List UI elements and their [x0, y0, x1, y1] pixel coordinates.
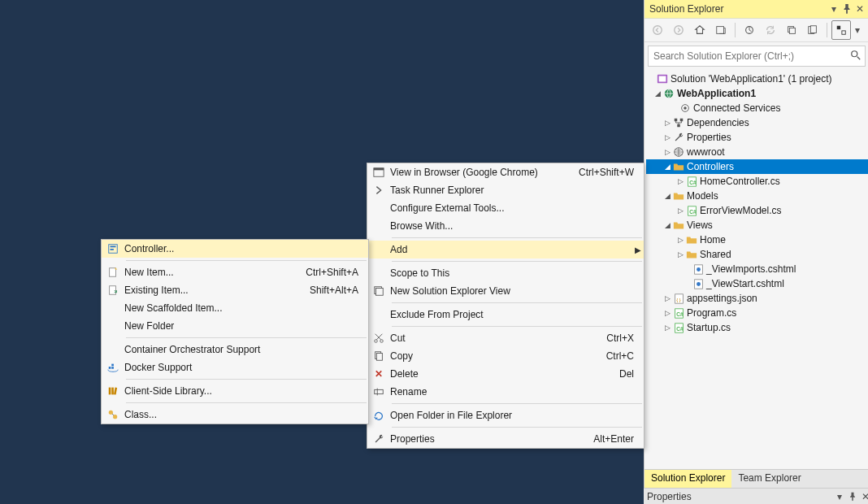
menu-add-class[interactable]: Class...: [102, 406, 368, 424]
web-project-icon: [662, 87, 675, 100]
home-icon[interactable]: [690, 20, 710, 40]
sync-icon[interactable]: [761, 20, 780, 40]
svg-rect-42: [375, 389, 384, 393]
tree-viewimports[interactable]: ▶_ViewImports.cshtml: [646, 262, 868, 276]
class-icon: [107, 409, 119, 420]
tree-models[interactable]: ◢Models: [646, 189, 868, 203]
pin-icon[interactable]: [847, 491, 858, 502]
svg-text:{ }: { }: [676, 297, 680, 302]
menu-configure-tools[interactable]: Configure External Tools...: [367, 199, 644, 217]
menu-new-solution-view[interactable]: New Solution Explorer View: [367, 282, 644, 300]
svg-rect-2: [717, 27, 724, 34]
menu-add-docker-support[interactable]: Docker Support: [102, 358, 368, 376]
tree-startup[interactable]: ▷C#Startup.cs: [646, 320, 868, 335]
menu-properties[interactable]: PropertiesAlt+Enter: [367, 430, 644, 448]
sync-scope-icon[interactable]: [711, 20, 731, 40]
menu-separator: [126, 260, 367, 261]
context-menu-main: View in Browser (Google Chrome)Ctrl+Shif…: [367, 163, 644, 449]
existing-item-icon: [107, 285, 119, 296]
library-icon: [107, 385, 119, 397]
svg-rect-45: [111, 249, 114, 250]
svg-rect-49: [111, 367, 114, 369]
tree-wwwroot[interactable]: ▷wwwroot: [646, 145, 868, 159]
tree-homecontroller[interactable]: ▷C#HomeController.cs: [646, 174, 868, 189]
tree-solution[interactable]: ▶Solution 'WebApplication1' (1 project): [646, 72, 868, 86]
menu-copy[interactable]: CopyCtrl+C: [367, 347, 644, 365]
menu-add-new-folder[interactable]: New Folder: [102, 317, 368, 335]
tab-team-explorer[interactable]: Team Explorer: [731, 470, 807, 488]
tree-dependencies[interactable]: ▷Dependencies: [646, 115, 868, 130]
tree-appsettings[interactable]: ▷{ }appsettings.json: [646, 291, 868, 306]
svg-rect-37: [376, 289, 384, 296]
tree-views[interactable]: ◢Views: [646, 218, 868, 232]
close-icon[interactable]: ✕: [854, 3, 866, 15]
menu-cut[interactable]: CutCtrl+X: [367, 329, 644, 347]
toolbar-separator: [827, 23, 827, 37]
refresh-pending-icon[interactable]: [740, 20, 759, 40]
svg-text:C#: C#: [689, 179, 697, 185]
tree-connected-services[interactable]: ▶Connected Services: [646, 101, 868, 115]
wrench-icon: [672, 131, 685, 144]
svg-point-0: [653, 26, 662, 35]
new-item-icon: [107, 267, 119, 278]
menu-delete[interactable]: ✕DeleteDel: [367, 365, 644, 383]
svg-rect-9: [842, 31, 845, 34]
menu-separator: [392, 403, 642, 404]
dropdown-icon[interactable]: ▾: [828, 3, 840, 15]
menu-add-controller[interactable]: Controller...: [102, 240, 368, 258]
tree-viewstart[interactable]: ▶_ViewStart.cshtml: [646, 276, 868, 291]
close-icon[interactable]: ✕: [860, 491, 868, 502]
globe-icon: [672, 146, 685, 159]
menu-add-container-support[interactable]: Container Orchestrator Support: [102, 341, 368, 358]
menu-rename[interactable]: Rename: [367, 383, 644, 401]
toolbar-overflow-icon[interactable]: ▾: [853, 20, 862, 40]
tree-program[interactable]: ▷C#Program.cs: [646, 306, 868, 320]
tree-project[interactable]: ◢WebApplication1: [646, 86, 868, 101]
csharp-file-icon: C#: [685, 204, 698, 217]
dropdown-icon[interactable]: ▾: [834, 491, 845, 502]
tree-errorviewmodel[interactable]: ▷C#ErrorViewModel.cs: [646, 203, 868, 218]
forward-icon[interactable]: [669, 20, 688, 40]
properties-title: Properties: [647, 491, 832, 502]
folder-icon: [672, 219, 685, 232]
menu-task-runner[interactable]: Task Runner Explorer: [367, 181, 644, 199]
menu-open-in-explorer[interactable]: Open Folder in File Explorer: [367, 406, 644, 424]
tree-controllers[interactable]: ◢Controllers: [646, 159, 868, 174]
back-icon[interactable]: [648, 20, 667, 40]
svg-rect-12: [659, 76, 666, 82]
menu-add[interactable]: Add▶: [367, 241, 644, 259]
delete-x-icon: ✕: [375, 368, 383, 380]
menu-add-existing-item[interactable]: Existing Item...Shift+Alt+A: [102, 281, 368, 299]
controller-icon: [107, 243, 119, 254]
tree-properties[interactable]: ▷Properties: [646, 130, 868, 145]
svg-point-39: [380, 340, 384, 343]
svg-rect-44: [111, 246, 116, 248]
menu-scope-to-this[interactable]: Scope to This: [367, 264, 644, 282]
collapse-all-icon[interactable]: [782, 20, 801, 40]
solution-explorer-toolbar: ▾: [644, 19, 868, 42]
tab-solution-explorer[interactable]: Solution Explorer: [644, 470, 731, 488]
show-all-files-icon[interactable]: [803, 20, 822, 40]
svg-point-10: [852, 50, 857, 56]
menu-browse-with[interactable]: Browse With...: [367, 217, 644, 235]
dependencies-icon: [672, 116, 685, 129]
svg-rect-16: [675, 119, 678, 122]
menu-add-scaffolded[interactable]: New Scaffolded Item...: [102, 299, 368, 317]
menu-exclude[interactable]: Exclude From Project: [367, 306, 644, 324]
menu-add-client-library[interactable]: Client-Side Library...: [102, 382, 368, 400]
tree-views-shared[interactable]: ▷Shared: [646, 247, 868, 262]
menu-separator: [392, 237, 642, 238]
json-file-icon: { }: [672, 292, 685, 305]
svg-point-25: [697, 267, 701, 272]
search-input[interactable]: [652, 50, 850, 63]
svg-rect-51: [109, 388, 111, 395]
properties-toggle-icon[interactable]: [831, 20, 851, 40]
pin-icon[interactable]: [841, 3, 853, 15]
search-box[interactable]: [648, 46, 866, 67]
menu-add-new-item[interactable]: New Item...Ctrl+Shift+A: [102, 263, 368, 281]
svg-point-1: [675, 26, 684, 35]
search-icon[interactable]: [850, 50, 861, 63]
tree-views-home[interactable]: ▷Home: [646, 232, 868, 247]
menu-view-in-browser[interactable]: View in Browser (Google Chrome)Ctrl+Shif…: [367, 163, 644, 181]
svg-text:C#: C#: [676, 325, 684, 331]
